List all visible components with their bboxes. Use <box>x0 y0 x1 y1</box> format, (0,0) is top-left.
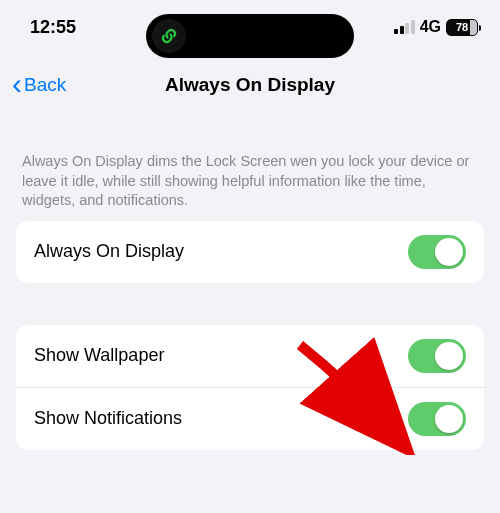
status-bar: 12:55 4G 78 <box>0 0 500 54</box>
settings-group-1: Always On Display <box>16 221 484 283</box>
page-title: Always On Display <box>165 74 335 96</box>
back-button[interactable]: ‹ Back <box>12 72 66 99</box>
chevron-left-icon: ‹ <box>12 69 22 99</box>
signal-icon <box>394 20 415 34</box>
row-label: Show Notifications <box>34 408 182 429</box>
toggle-show-wallpaper[interactable] <box>408 339 466 373</box>
row-show-wallpaper: Show Wallpaper <box>16 325 484 387</box>
back-label: Back <box>24 74 66 96</box>
row-label: Show Wallpaper <box>34 345 164 366</box>
row-show-notifications: Show Notifications <box>16 387 484 450</box>
battery-icon: 78 <box>446 19 478 36</box>
row-always-on-display: Always On Display <box>16 221 484 283</box>
network-label: 4G <box>420 18 441 36</box>
toggle-always-on-display[interactable] <box>408 235 466 269</box>
status-time: 12:55 <box>30 17 76 38</box>
nav-bar: ‹ Back Always On Display <box>0 60 500 110</box>
settings-group-2: Show Wallpaper Show Notifications <box>16 325 484 450</box>
row-label: Always On Display <box>34 241 184 262</box>
status-right: 4G 78 <box>394 18 478 36</box>
link-icon <box>152 19 186 53</box>
dynamic-island[interactable] <box>146 14 354 58</box>
toggle-show-notifications[interactable] <box>408 402 466 436</box>
section-description: Always On Display dims the Lock Screen w… <box>0 110 500 221</box>
